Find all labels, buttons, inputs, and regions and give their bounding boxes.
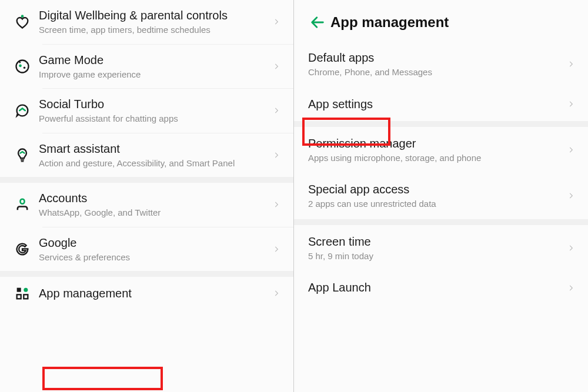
- item-title: Game Mode: [39, 53, 266, 68]
- item-sub: Improve game experience: [39, 69, 266, 81]
- svg-rect-7: [17, 294, 21, 299]
- svg-point-0: [21, 15, 24, 18]
- chevron-right-icon: [564, 244, 577, 252]
- highlight-app-management: [42, 367, 163, 390]
- item-title: Permission manager: [308, 136, 564, 151]
- item-app-launch[interactable]: App Launch: [294, 271, 588, 304]
- item-permission-manager[interactable]: Permission manager Apps using microphone…: [294, 127, 588, 173]
- svg-point-3: [24, 66, 26, 69]
- svg-point-6: [24, 288, 28, 292]
- settings-item-google[interactable]: Google Services & preferences: [0, 227, 293, 272]
- chevron-right-icon: [270, 18, 283, 26]
- item-app-settings[interactable]: App settings: [294, 88, 588, 121]
- svg-rect-5: [17, 288, 21, 292]
- item-title: App settings: [308, 97, 564, 112]
- item-title: Accounts: [39, 191, 266, 206]
- item-special-app-access[interactable]: Special app access 2 apps can use unrest…: [294, 173, 588, 219]
- item-title: Smart assistant: [39, 142, 266, 156]
- item-sub: WhatsApp, Google, and Twitter: [39, 207, 266, 219]
- item-sub: 5 hr, 9 min today: [308, 250, 564, 262]
- svg-point-1: [16, 60, 29, 72]
- svg-point-2: [19, 64, 22, 67]
- item-title: App Launch: [308, 280, 564, 295]
- svg-rect-4: [21, 199, 25, 204]
- section-divider: [0, 271, 293, 277]
- item-sub: Chrome, Phone, and Messages: [308, 66, 564, 78]
- page-title: App management: [330, 14, 449, 31]
- wellbeing-icon: [9, 14, 35, 30]
- settings-item-accounts[interactable]: Accounts WhatsApp, Google, and Twitter: [0, 183, 293, 227]
- game-mode-icon: [9, 58, 35, 75]
- chevron-right-icon: [564, 192, 577, 200]
- page-header: App management: [294, 0, 588, 41]
- settings-item-app-management[interactable]: App management: [0, 277, 293, 304]
- settings-item-smart-assistant[interactable]: Smart assistant Action and gesture, Acce…: [0, 133, 293, 177]
- social-turbo-icon: [9, 102, 35, 119]
- section-divider: [294, 219, 588, 225]
- item-sub: Powerful assistant for chatting apps: [39, 113, 266, 125]
- chevron-right-icon: [270, 289, 283, 297]
- item-sub: 2 apps can use unrestricted data: [308, 198, 564, 210]
- chevron-right-icon: [564, 146, 577, 154]
- settings-item-social-turbo[interactable]: Social Turbo Powerful assistant for chat…: [0, 89, 293, 133]
- settings-item-game-mode[interactable]: Game Mode Improve game experience: [0, 45, 293, 89]
- item-screen-time[interactable]: Screen time 5 hr, 9 min today: [294, 225, 588, 272]
- item-default-apps[interactable]: Default apps Chrome, Phone, and Messages: [294, 41, 588, 88]
- chevron-right-icon: [270, 200, 283, 209]
- google-icon: [9, 241, 35, 257]
- settings-item-digital-wellbeing[interactable]: Digital Wellbeing & parental controls Sc…: [0, 0, 293, 44]
- item-title: Special app access: [308, 182, 564, 197]
- item-title: Screen time: [308, 234, 564, 249]
- app-management-pane: App management Default apps Chrome, Phon…: [294, 0, 588, 392]
- back-button[interactable]: [305, 14, 330, 31]
- chevron-right-icon: [270, 151, 283, 159]
- svg-rect-8: [24, 294, 28, 299]
- section-divider: [294, 121, 588, 127]
- item-sub: Apps using microphone, storage, and phon…: [308, 152, 564, 164]
- settings-pane: Digital Wellbeing & parental controls Sc…: [0, 0, 294, 392]
- item-sub: Services & preferences: [39, 252, 266, 263]
- smart-assistant-icon: [9, 147, 35, 163]
- app-management-icon: [9, 285, 35, 301]
- chevron-right-icon: [564, 60, 577, 68]
- chevron-right-icon: [270, 245, 283, 253]
- chevron-right-icon: [564, 100, 577, 108]
- item-title: Default apps: [308, 51, 564, 65]
- item-sub: Screen time, app timers, bedtime schedul…: [39, 24, 266, 36]
- item-title: Google: [39, 236, 266, 250]
- item-title: Social Turbo: [39, 97, 266, 112]
- chevron-right-icon: [564, 284, 577, 292]
- chevron-right-icon: [270, 62, 283, 71]
- chevron-right-icon: [270, 106, 283, 115]
- item-title: App management: [39, 286, 266, 301]
- item-title: Digital Wellbeing & parental controls: [39, 8, 266, 23]
- section-divider: [0, 177, 293, 183]
- accounts-icon: [9, 196, 35, 213]
- item-sub: Action and gesture, Accessibility, and S…: [39, 158, 266, 169]
